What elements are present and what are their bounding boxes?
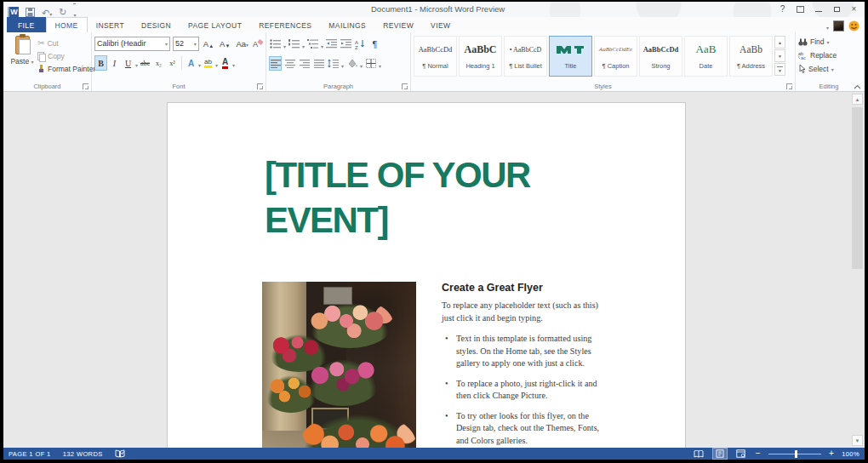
web-layout-button[interactable] (734, 449, 748, 459)
copy-button[interactable]: Copy (37, 49, 95, 62)
feedback-smiley-icon[interactable] (848, 20, 859, 31)
borders-button[interactable] (364, 56, 377, 71)
font-size-caret-icon[interactable] (194, 39, 197, 48)
help-button[interactable]: ? (774, 3, 791, 15)
shading-button[interactable] (345, 56, 358, 71)
bullet-item[interactable]: To replace a photo, just right-click it … (442, 378, 607, 403)
justify-button[interactable] (312, 56, 325, 71)
grow-font-button[interactable]: A▲ (202, 38, 215, 49)
italic-button[interactable]: I (108, 55, 121, 71)
style-list-bullet[interactable]: • AaBbCcD¶ List Bullet (504, 36, 547, 77)
paste-caret-icon[interactable] (31, 57, 34, 66)
scroll-down-icon[interactable]: ▼ (852, 435, 863, 446)
line-spacing-caret-icon[interactable] (341, 56, 344, 71)
styles-more-icon[interactable]: ▼ (774, 63, 785, 76)
decrease-indent-button[interactable] (325, 37, 338, 51)
read-mode-button[interactable] (692, 449, 705, 459)
proofing-status-icon[interactable] (115, 449, 125, 458)
tab-review[interactable]: REVIEW (374, 17, 422, 32)
sort-button[interactable]: AZ (354, 37, 367, 51)
styles-scroll-down-icon[interactable]: ▼ (774, 49, 785, 62)
clipboard-dialog-launcher-icon[interactable] (83, 83, 89, 89)
replace-button[interactable]: abacReplace (798, 49, 859, 62)
text-effects-caret-icon[interactable] (198, 55, 201, 71)
print-layout-button[interactable] (713, 449, 727, 459)
flower-shop-photo[interactable] (262, 282, 416, 448)
document-heading[interactable]: Create a Great Flyer (442, 282, 607, 294)
text-effects-button[interactable]: A (185, 55, 197, 71)
cut-button[interactable]: ✂Cut (37, 37, 95, 49)
avatar[interactable] (833, 20, 844, 31)
bullet-item[interactable]: Text in this template is formatted using… (442, 333, 607, 370)
find-button[interactable]: Find (798, 35, 859, 49)
subscript-button[interactable]: x₂ (152, 55, 165, 71)
tab-references[interactable]: REFERENCES (250, 17, 320, 32)
strikethrough-button[interactable]: abc (139, 55, 151, 71)
tab-file[interactable]: FILE (7, 17, 46, 32)
font-size-combo[interactable]: 52 (173, 37, 199, 51)
zoom-slider-handle[interactable] (795, 450, 797, 458)
font-name-combo[interactable]: Calibri (Headir (94, 37, 170, 51)
align-right-button[interactable] (298, 56, 311, 71)
bullets-caret-icon[interactable] (283, 37, 286, 52)
style-date[interactable]: AaBDate (684, 36, 728, 77)
multilevel-list-button[interactable] (306, 37, 319, 51)
document-title-placeholder[interactable]: [TITLE OF YOUR EVENT] (265, 152, 592, 243)
tab-insert[interactable]: INSERT (88, 17, 133, 32)
word-count[interactable]: 132 WORDS (63, 450, 103, 458)
line-spacing-button[interactable] (327, 56, 340, 71)
tab-design[interactable]: DESIGN (133, 17, 180, 32)
underline-caret-icon[interactable] (135, 55, 138, 71)
style-address[interactable]: AaBb¶ Address (729, 36, 773, 77)
document-intro-paragraph[interactable]: To replace any placeholder text (such as… (442, 300, 607, 324)
page-indicator[interactable]: PAGE 1 OF 1 (9, 450, 51, 458)
style-strong[interactable]: AaBbCcDdStrong (639, 36, 682, 77)
shading-caret-icon[interactable] (360, 56, 363, 71)
document-page[interactable]: [TITLE OF YOUR EVENT] Create a Great Fly… (167, 102, 686, 448)
superscript-button[interactable]: x² (166, 55, 179, 71)
font-name-caret-icon[interactable] (165, 39, 168, 48)
zoom-level[interactable]: 100% (842, 450, 859, 458)
tab-page-layout[interactable]: PAGE LAYOUT (180, 17, 250, 32)
scroll-up-icon[interactable]: ▲ (852, 94, 863, 105)
numbering-caret-icon[interactable] (302, 37, 305, 52)
align-center-button[interactable] (283, 56, 296, 71)
zoom-in-button[interactable]: + (829, 449, 834, 458)
bold-button[interactable]: B (94, 55, 107, 71)
font-color-caret-icon[interactable] (232, 55, 235, 71)
align-left-button[interactable] (269, 56, 282, 71)
change-case-button[interactable]: Aa (234, 38, 250, 49)
close-button[interactable]: × (845, 3, 863, 15)
clear-formatting-icon[interactable]: A (253, 38, 263, 49)
minimize-button[interactable] (809, 3, 827, 15)
redo-icon[interactable]: ↻ (59, 7, 66, 18)
bullet-item[interactable]: To try other looks for this flyer, on th… (442, 410, 607, 448)
shrink-font-button[interactable]: A▼ (218, 38, 231, 49)
underline-button[interactable]: U (122, 55, 134, 71)
font-dialog-launcher-icon[interactable] (257, 83, 263, 89)
tab-home[interactable]: HOME (46, 17, 88, 32)
zoom-slider[interactable] (768, 454, 821, 454)
account-caret-icon[interactable] (826, 18, 829, 33)
ribbon-display-options-button[interactable] (791, 3, 809, 15)
paste-button[interactable]: Paste (9, 36, 36, 78)
show-paragraph-marks-button[interactable]: ¶ (368, 37, 381, 51)
collapse-ribbon-icon[interactable] (854, 84, 861, 89)
restore-button[interactable] (827, 3, 845, 15)
style-title-selected[interactable]: Title (549, 36, 592, 77)
borders-caret-icon[interactable] (379, 56, 381, 71)
save-icon[interactable] (26, 8, 35, 17)
tab-view[interactable]: VIEW (422, 17, 459, 32)
highlight-caret-icon[interactable] (215, 55, 218, 71)
bullets-button[interactable] (269, 37, 282, 51)
find-caret-icon[interactable] (827, 37, 830, 46)
select-button[interactable]: Select (798, 62, 859, 76)
styles-dialog-launcher-icon[interactable] (786, 83, 792, 89)
numbering-button[interactable] (288, 37, 300, 51)
style-normal[interactable]: AaBbCcDd¶ Normal (414, 36, 457, 77)
multilevel-caret-icon[interactable] (321, 37, 323, 52)
select-caret-icon[interactable] (831, 65, 834, 73)
styles-scroll-up-icon[interactable]: ▲ (774, 36, 785, 49)
style-caption[interactable]: AaBbCcDdEe¶ Caption (594, 36, 637, 77)
increase-indent-button[interactable] (340, 37, 352, 51)
